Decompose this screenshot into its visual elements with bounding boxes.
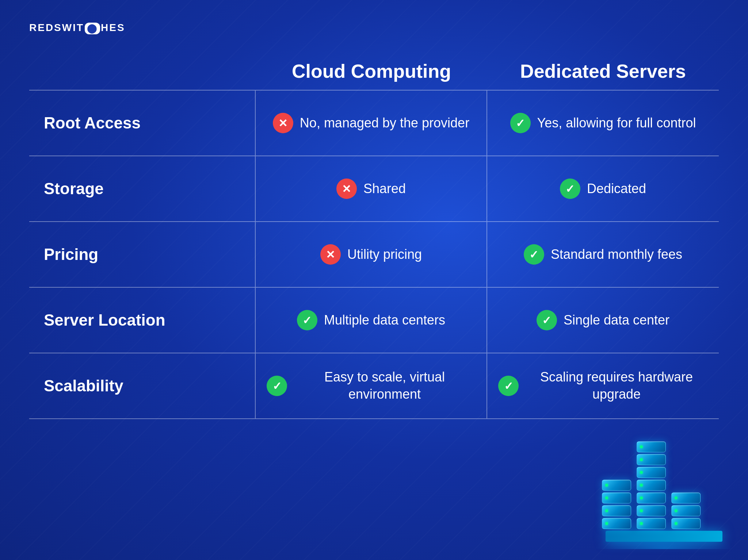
row-label-scalability: Scalability <box>29 353 256 418</box>
dedicated-text-root-access: Yes, allowing for full control <box>537 115 696 132</box>
row-pricing: Pricing ✕ Utility pricing ✓ Standard mon… <box>29 222 719 288</box>
dedicated-text-storage: Dedicated <box>587 180 646 197</box>
cloud-text-storage: Shared <box>363 180 406 197</box>
cloud-icon-storage: ✕ <box>336 179 357 199</box>
dedicated-icon-storage: ✓ <box>560 179 580 199</box>
dedicated-icon-pricing: ✓ <box>524 244 544 265</box>
row-label-root-access: Root Access <box>29 91 256 156</box>
row-label-storage: Storage <box>29 156 256 221</box>
row-cell-cloud-server-location: ✓ Multiple data centers <box>256 288 487 353</box>
row-storage: Storage ✕ Shared ✓ Dedicated <box>29 156 719 222</box>
row-cell-dedicated-server-location: ✓ Single data center <box>487 288 719 353</box>
cloud-text-root-access: No, managed by the provider <box>300 115 469 132</box>
row-server-location: Server Location ✓ Multiple data centers … <box>29 288 719 353</box>
header-cell-cloud: Cloud Computing <box>256 53 487 90</box>
row-cell-dedicated-scalability: ✓ Scaling requires hardware upgrade <box>487 353 719 418</box>
dedicated-servers-header: Dedicated Servers <box>520 61 686 82</box>
comparison-table: Cloud Computing Dedicated Servers Root A… <box>29 53 719 545</box>
cloud-computing-header: Cloud Computing <box>292 61 451 82</box>
row-cell-cloud-root-access: ✕ No, managed by the provider <box>256 91 487 156</box>
cloud-icon-server-location: ✓ <box>297 310 317 330</box>
row-scalability: Scalability ✓ Easy to scale, virtual env… <box>29 353 719 419</box>
dedicated-text-server-location: Single data center <box>564 312 669 329</box>
row-label-text-scalability: Scalability <box>44 377 123 395</box>
row-label-text-server-location: Server Location <box>44 311 165 329</box>
row-label-text-storage: Storage <box>44 180 104 198</box>
row-cell-cloud-pricing: ✕ Utility pricing <box>256 222 487 287</box>
row-label-text-root-access: Root Access <box>44 114 141 132</box>
logo-area: REDSWIT⬤HES <box>29 22 719 34</box>
row-cell-dedicated-pricing: ✓ Standard monthly fees <box>487 222 719 287</box>
header-row: Cloud Computing Dedicated Servers <box>29 53 719 90</box>
header-cell-dedicated: Dedicated Servers <box>487 53 719 90</box>
dedicated-text-pricing: Standard monthly fees <box>551 246 682 263</box>
dedicated-icon-server-location: ✓ <box>537 310 557 330</box>
row-cell-dedicated-storage: ✓ Dedicated <box>487 156 719 221</box>
row-label-pricing: Pricing <box>29 222 256 287</box>
row-cell-dedicated-root-access: ✓ Yes, allowing for full control <box>487 91 719 156</box>
cloud-icon-pricing: ✕ <box>320 244 341 265</box>
row-label-server-location: Server Location <box>29 288 256 353</box>
page-wrapper: REDSWIT⬤HES Cloud Computing Dedicated Se… <box>0 0 748 560</box>
dedicated-icon-scalability: ✓ <box>498 376 519 396</box>
row-cell-cloud-scalability: ✓ Easy to scale, virtual environment <box>256 353 487 418</box>
row-root-access: Root Access ✕ No, managed by the provide… <box>29 91 719 156</box>
cloud-text-server-location: Multiple data centers <box>324 312 445 329</box>
cloud-text-scalability: Easy to scale, virtual environment <box>294 369 476 403</box>
dedicated-icon-root-access: ✓ <box>510 113 531 133</box>
row-label-text-pricing: Pricing <box>44 245 98 264</box>
logo-text: REDSWIT⬤HES <box>29 22 125 34</box>
cloud-text-pricing: Utility pricing <box>347 246 422 263</box>
header-cell-empty <box>29 53 256 90</box>
cloud-icon-scalability: ✓ <box>267 376 287 396</box>
cloud-icon-root-access: ✕ <box>273 113 293 133</box>
row-cell-cloud-storage: ✕ Shared <box>256 156 487 221</box>
logo-switch-icon: ⬤ <box>85 23 100 34</box>
dedicated-text-scalability: Scaling requires hardware upgrade <box>525 369 708 403</box>
data-rows: Root Access ✕ No, managed by the provide… <box>29 90 719 419</box>
